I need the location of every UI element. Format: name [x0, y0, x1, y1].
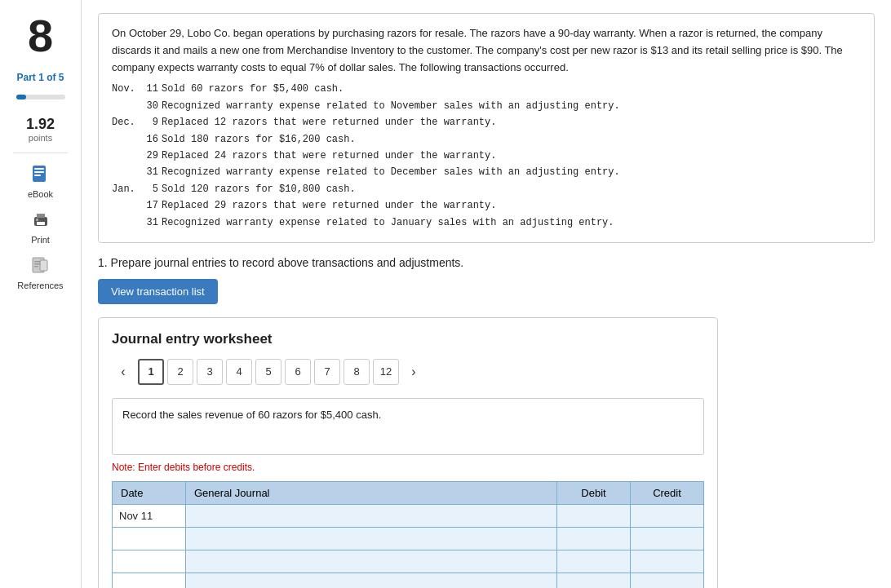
tx-desc: Sold 60 razors for $5,400 cash.	[162, 81, 861, 97]
ebook-label: eBook	[28, 189, 53, 199]
table-row: Nov 11	[113, 504, 704, 527]
page-4-button[interactable]: 4	[226, 359, 252, 385]
tx-month	[112, 214, 140, 231]
points-label: points	[26, 133, 55, 143]
svg-rect-6	[37, 222, 45, 225]
sidebar-item-ebook[interactable]: eBook	[28, 163, 53, 199]
tx-month: Dec.	[112, 114, 140, 130]
page-6-button[interactable]: 6	[285, 359, 311, 385]
tx-day: 9	[140, 114, 158, 130]
tx-day: 11	[140, 81, 158, 97]
part-label: Part 1 of 5	[16, 72, 64, 83]
tx-desc: Replaced 24 razors that were returned un…	[162, 148, 861, 164]
journal-cell[interactable]	[186, 527, 557, 550]
tx-month: Nov.	[112, 81, 140, 97]
ebook-icon	[29, 163, 51, 186]
record-description-text: Record the sales revenue of 60 razors fo…	[122, 409, 381, 421]
tx-day: 16	[140, 131, 158, 148]
sidebar-item-references[interactable]: References	[17, 254, 63, 290]
tx-day: 29	[140, 148, 158, 164]
credit-cell[interactable]	[631, 550, 704, 573]
tx-month	[112, 148, 140, 164]
record-description-box: Record the sales revenue of 60 razors fo…	[112, 398, 704, 455]
date-cell: Nov 11	[113, 504, 186, 527]
transaction-row: 31 Recognized warranty expense related t…	[112, 214, 861, 231]
transaction-row: 31 Recognized warranty expense related t…	[112, 164, 861, 180]
page-7-button[interactable]: 7	[314, 359, 340, 385]
credit-cell[interactable]	[631, 527, 704, 550]
table-row	[113, 573, 704, 588]
tx-month	[112, 98, 140, 114]
svg-rect-1	[34, 168, 44, 170]
page-8-button[interactable]: 8	[344, 359, 370, 385]
worksheet-title: Journal entry worksheet	[112, 331, 704, 347]
debit-cell[interactable]	[557, 527, 631, 550]
tx-desc: Recognized warranty expense related to J…	[162, 214, 861, 231]
progress-bar	[16, 95, 65, 99]
journal-cell[interactable]	[186, 504, 557, 527]
next-page-button[interactable]: ›	[402, 360, 425, 383]
th-debit: Debit	[557, 481, 631, 504]
transaction-row: Dec. 9 Replaced 12 razors that were retu…	[112, 114, 861, 130]
tx-day: 5	[140, 181, 158, 197]
svg-rect-3	[34, 175, 41, 176]
th-credit: Credit	[631, 481, 704, 504]
prev-page-button[interactable]: ‹	[112, 360, 135, 383]
svg-rect-10	[34, 261, 41, 263]
tx-day: 30	[140, 98, 158, 114]
problem-text: On October 29, Lobo Co. began operations…	[112, 25, 861, 76]
tx-day: 31	[140, 164, 158, 180]
sidebar-item-print[interactable]: Print	[29, 209, 52, 245]
credit-cell[interactable]	[631, 504, 704, 527]
tx-desc: Replaced 29 razors that were returned un…	[162, 197, 861, 214]
transaction-row: 17 Replaced 29 razors that were returned…	[112, 197, 861, 214]
tx-desc: Recognized warranty expense related to N…	[162, 98, 861, 114]
svg-rect-9	[40, 260, 47, 271]
transactions-list: Nov. 11 Sold 60 razors for $5,400 cash. …	[112, 81, 861, 231]
tx-desc: Replaced 12 razors that were returned un…	[162, 114, 861, 130]
date-cell	[113, 527, 186, 550]
print-label: Print	[31, 235, 50, 245]
pagination: ‹ 1 2 3 4 5 6 7 8 12 ›	[112, 359, 704, 385]
transaction-row: 16 Sold 180 razors for $16,200 cash.	[112, 131, 861, 148]
page-1-button[interactable]: 1	[138, 359, 164, 385]
progress-fill	[16, 95, 26, 99]
view-transaction-button[interactable]: View transaction list	[98, 279, 218, 304]
journal-cell[interactable]	[186, 573, 557, 588]
page-5-button[interactable]: 5	[255, 359, 281, 385]
date-cell	[113, 573, 186, 588]
svg-rect-12	[34, 266, 38, 267]
tx-day: 17	[140, 197, 158, 214]
tx-day: 31	[140, 214, 158, 231]
page-3-button[interactable]: 3	[197, 359, 223, 385]
th-general-journal: General Journal	[186, 481, 557, 504]
problem-box: On October 29, Lobo Co. began operations…	[98, 13, 875, 243]
points-container: 1.92 points	[26, 116, 55, 143]
tx-month	[112, 164, 140, 180]
tx-desc: Sold 120 razors for $10,800 cash.	[162, 181, 861, 197]
transaction-row: 30 Recognized warranty expense related t…	[112, 98, 861, 114]
svg-rect-5	[37, 214, 45, 218]
credit-cell[interactable]	[631, 573, 704, 588]
page-2-button[interactable]: 2	[167, 359, 193, 385]
table-row	[113, 527, 704, 550]
date-cell	[113, 550, 186, 573]
transaction-row: Nov. 11 Sold 60 razors for $5,400 cash.	[112, 81, 861, 97]
debit-cell[interactable]	[557, 573, 631, 588]
page-12-button[interactable]: 12	[373, 359, 399, 385]
print-icon	[29, 209, 52, 232]
svg-rect-7	[36, 219, 38, 221]
debit-cell[interactable]	[557, 550, 631, 573]
transaction-row: 29 Replaced 24 razors that were returned…	[112, 148, 861, 164]
worksheet-container: Journal entry worksheet ‹ 1 2 3 4 5 6 7 …	[98, 317, 718, 588]
points-value: 1.92	[26, 116, 55, 133]
journal-cell[interactable]	[186, 550, 557, 573]
references-icon	[29, 254, 51, 277]
problem-number: 8	[28, 13, 53, 59]
main-content: On October 29, Lobo Co. began operations…	[82, 0, 891, 588]
svg-rect-11	[34, 263, 41, 265]
th-date: Date	[113, 481, 186, 504]
svg-rect-2	[34, 171, 44, 173]
debit-cell[interactable]	[557, 504, 631, 527]
instructions: 1. Prepare journal entries to record abo…	[98, 256, 875, 269]
